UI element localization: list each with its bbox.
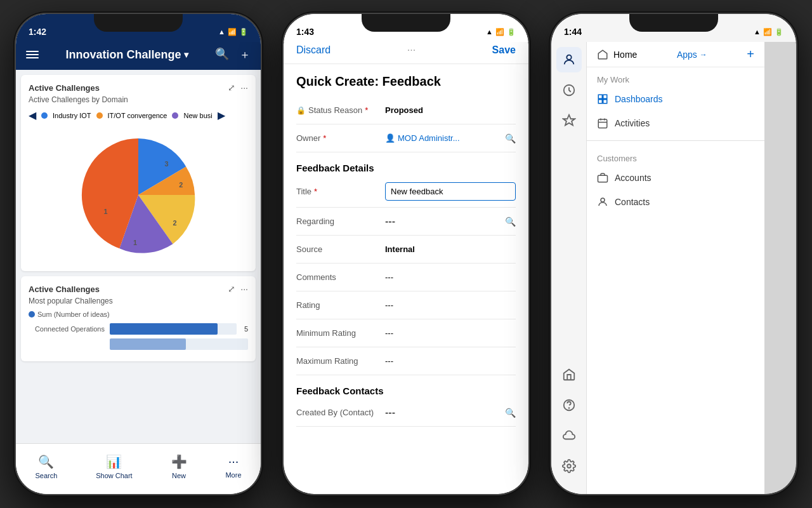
search-nav-icon: 🔍 [38,454,54,469]
signal-icon-3: 📶 [763,28,772,36]
required-star-owner: * [323,133,326,143]
form-row-min-rating: Minimum Rating --- [296,319,516,347]
card-actions-2: ⤢ ··· [228,284,248,294]
status-icons-2: ▲ 📶 🔋 [486,28,516,36]
form-section-status: 🔒 Status Reason * Proposed Owner * [284,97,528,152]
form-row-max-rating: Maximum Rating --- [296,347,516,375]
legend-dot-1 [41,112,48,119]
bar-fill-2 [110,338,186,350]
chart-title-1: Active Challenges [29,83,100,93]
max-rating-value: --- [385,356,516,366]
regarding-label: Regarding [296,217,385,226]
sidebar-icon-help[interactable] [556,392,582,418]
menu-item-accounts[interactable]: Accounts [587,166,764,190]
search-header-icon[interactable]: 🔍 [215,47,229,62]
more-icon-1[interactable]: ··· [240,83,248,93]
menu-item-contacts[interactable]: Contacts [587,190,764,214]
chart-subtitle-2: Most popular Challenges [29,297,248,305]
new-nav-label: New [172,472,186,479]
dashboards-label: Dashboards [615,94,663,104]
bar-legend-dot [29,311,35,318]
sidebar-icon-person[interactable] [556,47,582,72]
menu-item-activities[interactable]: Activities [587,111,764,135]
contacts-label: Contacts [615,197,650,207]
discard-button[interactable]: Discard [296,44,331,56]
activities-icon [597,117,608,129]
sidebar-left [551,42,587,494]
my-work-label: My Work [587,67,764,87]
save-button[interactable]: Save [492,44,516,56]
created-by-value-container: --- 🔍 [385,407,516,418]
sidebar-icon-pin[interactable] [556,108,582,133]
legend-label-1: Industry IOT [53,112,91,119]
sidebar-layout: Home Apps → + My Work D [551,42,796,494]
wifi-icon-1: ▲ [218,28,225,36]
apps-arrow-icon: → [700,50,707,59]
nav-more[interactable]: ··· More [225,454,241,479]
bar-label-1: Connected Operations [29,325,105,333]
activities-label: Activities [615,118,650,128]
apps-button[interactable]: Apps [677,50,697,60]
hamburger-menu[interactable] [26,51,39,58]
form-content: 🔒 Status Reason * Proposed Owner * [284,97,528,480]
app-header-1: Innovation Challenge ▾ 🔍 ＋ [16,42,261,70]
legend-dot-2 [96,112,103,119]
bar-legend: Sum (Number of ideas) [29,311,248,318]
chart-card-1: Active Challenges ⤢ ··· Active Challenge… [21,75,256,271]
more-icon-2[interactable]: ··· [240,284,248,294]
add-header-icon[interactable]: ＋ [239,47,251,62]
nav-new[interactable]: ➕ New [171,454,187,479]
sidebar-icon-recent[interactable] [556,77,582,103]
owner-search-icon[interactable]: 🔍 [505,133,516,144]
expand-icon-1[interactable]: ⤢ [228,83,235,93]
nav-show-chart[interactable]: 📊 Show Chart [96,454,132,479]
more-options-button[interactable]: ··· [407,44,416,56]
sidebar-add-button[interactable]: + [747,47,754,62]
chevron-down-icon: ▾ [184,50,188,60]
legend-label-2: IT/OT convergence [108,112,167,119]
wifi-icon-3: ▲ [754,28,761,36]
time-2: 1:43 [296,27,314,37]
svg-rect-14 [598,119,607,128]
legend-row-1: ◀ Industry IOT IT/OT convergence New bus… [29,109,248,121]
sidebar-icon-settings[interactable] [556,453,582,479]
lock-icon: 🔒 [296,106,306,115]
new-nav-icon: ➕ [171,454,187,469]
svg-rect-10 [598,95,602,98]
form-row-regarding: Regarding --- 🔍 [296,208,516,236]
comments-value: --- [385,272,516,282]
max-rating-label: Maximum Rating [296,356,385,366]
header-icons: 🔍 ＋ [215,47,251,62]
scroll-content-1: Active Challenges ⤢ ··· Active Challenge… [16,70,261,471]
sidebar-icon-cloud[interactable] [556,423,582,448]
form-section-details: Title * Regarding --- 🔍 [284,176,528,375]
regarding-search-icon[interactable]: 🔍 [505,217,516,227]
created-by-search-icon[interactable]: 🔍 [505,408,516,418]
battery-icon-1: 🔋 [239,28,248,36]
accounts-label: Accounts [615,173,652,183]
card-actions-1: ⤢ ··· [228,83,248,93]
nav-search[interactable]: 🔍 Search [35,454,57,479]
sidebar-icon-home-bottom[interactable] [556,362,582,387]
expand-icon-2[interactable]: ⤢ [228,284,235,294]
status-reason-label: 🔒 Status Reason * [296,105,385,115]
right-panel-overlay [764,42,796,494]
owner-label: Owner * [296,133,385,143]
legend-prev[interactable]: ◀ [29,109,36,121]
apps-section: Apps → [677,50,707,60]
customers-section-label: Customers [587,146,764,166]
pie-chart: 3 2 2 1 1 [29,126,248,264]
chart-title-2: Active Challenges [29,284,100,294]
divider-1 [587,140,764,141]
svg-rect-12 [598,100,602,104]
home-label: Home [613,50,637,60]
chart-card-2: Active Challenges ⤢ ··· Most popular Cha… [21,276,256,361]
legend-dot-3 [172,112,178,119]
more-nav-label: More [225,471,241,479]
source-label: Source [296,244,385,254]
menu-item-dashboards[interactable]: Dashboards [587,87,764,111]
title-input[interactable] [385,182,516,201]
notch-left [94,14,183,32]
rating-value: --- [385,300,516,310]
legend-next[interactable]: ▶ [218,109,225,121]
